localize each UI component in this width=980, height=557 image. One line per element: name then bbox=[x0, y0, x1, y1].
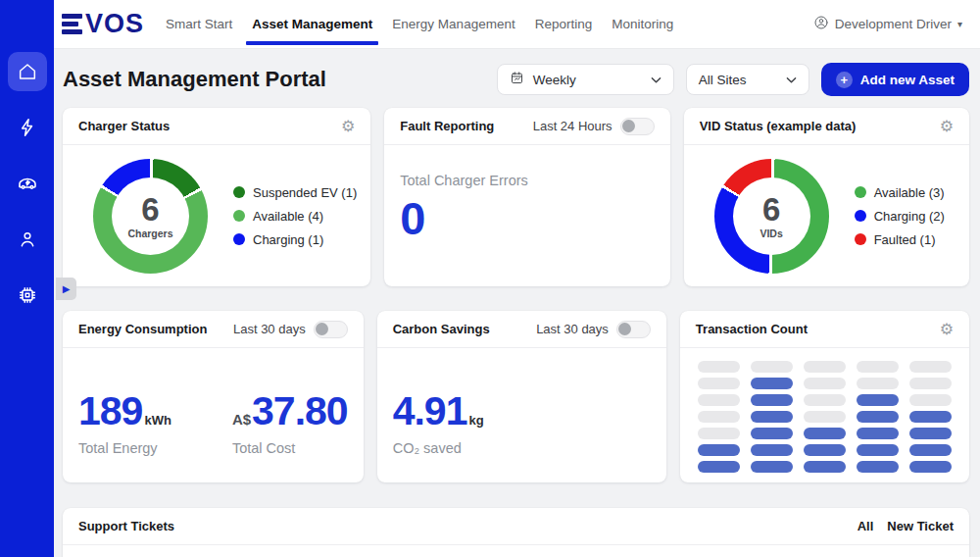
co2-saved-label: CO₂ saved bbox=[393, 440, 484, 456]
sidebar-expand-handle[interactable]: ▶ bbox=[56, 278, 76, 300]
transaction-pill bbox=[804, 411, 846, 423]
transaction-pill bbox=[804, 394, 846, 406]
primary-nav: Smart Start Asset Management Energy Mana… bbox=[166, 0, 673, 48]
total-energy-value: 189 bbox=[78, 391, 142, 431]
all-tickets-link[interactable]: All bbox=[858, 519, 874, 533]
charger-status-header: Charger Status ⚙ bbox=[63, 108, 370, 145]
total-cost-value: 37.80 bbox=[252, 391, 348, 431]
ev-car-icon bbox=[16, 172, 39, 195]
logo-text: VOS bbox=[85, 11, 144, 37]
fault-reporting-card: Fault Reporting Last 24 Hours Total Char… bbox=[384, 108, 669, 286]
sidebar-item-devices[interactable] bbox=[8, 276, 47, 315]
transaction-pill bbox=[909, 361, 952, 373]
sidebar-item-users[interactable] bbox=[8, 220, 47, 259]
transaction-pill bbox=[698, 361, 740, 373]
legend-dot bbox=[233, 210, 245, 222]
period-select[interactable]: Weekly bbox=[497, 64, 674, 95]
toggle-knob bbox=[316, 323, 328, 335]
nav-reporting[interactable]: Reporting bbox=[535, 0, 593, 48]
transaction-pill bbox=[751, 428, 793, 439]
chevron-down-icon bbox=[651, 73, 662, 87]
last-30-days-toggle[interactable] bbox=[616, 321, 651, 338]
vid-status-body: 6 VIDs Available (3) Charging (2) bbox=[684, 145, 969, 286]
legend-item: Available (4) bbox=[233, 209, 357, 224]
support-tickets-body bbox=[63, 545, 969, 557]
calendar-icon bbox=[510, 71, 524, 88]
transaction-pill bbox=[698, 411, 740, 423]
sites-select[interactable]: All Sites bbox=[686, 64, 809, 95]
nav-smart-start[interactable]: Smart Start bbox=[166, 0, 232, 48]
user-avatar-icon bbox=[813, 15, 829, 33]
toggle-label: Last 30 days bbox=[233, 322, 306, 336]
transaction-pill bbox=[751, 444, 793, 456]
transaction-count-header: Transaction Count ⚙ bbox=[680, 311, 969, 348]
transaction-pill bbox=[751, 461, 793, 473]
legend-item: Faulted (1) bbox=[855, 232, 945, 247]
donut-center: 6 VIDs bbox=[733, 177, 810, 255]
cards-row-2: Energy Consumption Last 30 days 189 kWh … bbox=[63, 311, 969, 482]
total-energy-unit: kWh bbox=[144, 413, 171, 428]
sidebar-item-home[interactable] bbox=[8, 52, 47, 91]
transaction-pill bbox=[804, 461, 846, 473]
gear-icon[interactable]: ⚙ bbox=[940, 119, 954, 134]
transaction-pill bbox=[751, 394, 793, 406]
carbon-savings-card: Carbon Savings Last 30 days 4.91 kg CO₂ … bbox=[377, 311, 666, 482]
vid-status-header: VID Status (example data) ⚙ bbox=[684, 108, 969, 145]
transaction-pill bbox=[857, 411, 899, 423]
transaction-pill bbox=[698, 394, 740, 406]
nav-energy-management[interactable]: Energy Management bbox=[392, 0, 514, 48]
energy-consumption-card: Energy Consumption Last 30 days 189 kWh … bbox=[63, 311, 364, 482]
donut-center-label: Chargers bbox=[127, 228, 172, 239]
nav-monitoring[interactable]: Monitoring bbox=[612, 0, 673, 48]
transaction-pill bbox=[751, 411, 793, 423]
total-cost-label: Total Cost bbox=[232, 440, 348, 456]
transaction-pill bbox=[751, 361, 793, 373]
charger-status-body: 6 Chargers Suspended EV (1) Available (4… bbox=[63, 145, 370, 286]
transaction-count-body bbox=[680, 348, 969, 482]
last-30-days-toggle[interactable] bbox=[314, 321, 348, 338]
evos-logo[interactable]: VOS bbox=[62, 0, 144, 48]
carbon-savings-header: Carbon Savings Last 30 days bbox=[377, 311, 666, 348]
co2-saved-unit: kg bbox=[468, 413, 483, 428]
legend-dot bbox=[855, 233, 866, 245]
sites-select-value: All Sites bbox=[699, 73, 747, 87]
new-ticket-link[interactable]: New Ticket bbox=[887, 519, 954, 533]
transaction-count-card: Transaction Count ⚙ bbox=[680, 311, 969, 482]
plus-circle-icon: + bbox=[836, 72, 853, 88]
user-menu[interactable]: Development Driver ▾ bbox=[813, 0, 962, 48]
legend-dot bbox=[855, 210, 866, 222]
transaction-pill bbox=[804, 428, 846, 439]
transaction-pill bbox=[909, 461, 952, 473]
card-title: Energy Consumption bbox=[78, 322, 207, 336]
legend-item: Charging (2) bbox=[855, 209, 945, 224]
sidebar-item-energy[interactable] bbox=[8, 108, 47, 147]
legend-label: Suspended EV (1) bbox=[253, 185, 357, 200]
transaction-pill bbox=[909, 378, 952, 389]
transaction-pill bbox=[857, 444, 899, 456]
toggle-knob bbox=[618, 323, 631, 335]
total-charger-errors-value: 0 bbox=[400, 194, 654, 242]
card-title: Fault Reporting bbox=[400, 119, 494, 133]
charger-status-donut-chart: 6 Chargers bbox=[93, 159, 208, 274]
co2-saved-value: 4.91 bbox=[393, 391, 467, 431]
transaction-pill bbox=[857, 461, 899, 473]
support-tickets-header: Support Tickets All New Ticket bbox=[63, 508, 969, 545]
add-new-asset-label: Add new Asset bbox=[860, 73, 955, 87]
vid-status-donut-chart: 6 VIDs bbox=[714, 159, 829, 274]
transaction-pill bbox=[857, 394, 899, 406]
nav-asset-management[interactable]: Asset Management bbox=[252, 0, 372, 48]
charger-status-card: Charger Status ⚙ 6 Chargers Suspended EV… bbox=[63, 108, 370, 286]
gear-icon[interactable]: ⚙ bbox=[341, 119, 355, 134]
last-24-hours-toggle[interactable] bbox=[620, 118, 655, 135]
topbar: VOS Smart Start Asset Management Energy … bbox=[54, 0, 980, 49]
gear-icon[interactable]: ⚙ bbox=[940, 322, 954, 337]
fault-reporting-body: Total Charger Errors 0 bbox=[384, 145, 669, 286]
add-new-asset-button[interactable]: + Add new Asset bbox=[821, 63, 969, 96]
header-controls: Weekly All Sites + Add new Asset bbox=[497, 63, 969, 96]
transaction-pill bbox=[857, 361, 899, 373]
transaction-pill bbox=[909, 411, 952, 423]
donut-center-label: VIDs bbox=[760, 228, 782, 239]
main-content: Asset Management Portal Weekly All Sites bbox=[54, 49, 980, 557]
transaction-pill bbox=[804, 378, 846, 389]
sidebar-item-ev-car[interactable] bbox=[8, 164, 47, 203]
